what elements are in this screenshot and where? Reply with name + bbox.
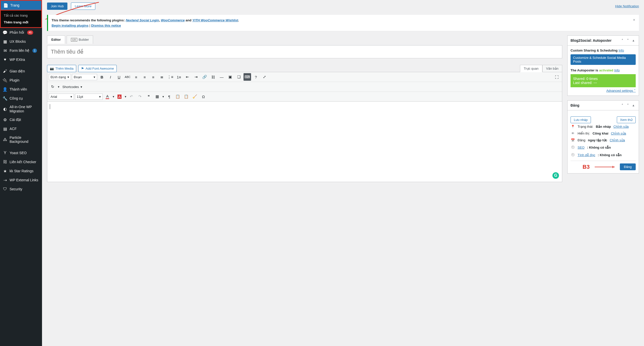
keyboard-toggle-icon[interactable]: ⌨ [244, 73, 251, 81]
sidebar-item-settings[interactable]: ⚙ Cài đặt [0, 115, 42, 124]
expand-icon[interactable]: ⤢ [261, 73, 268, 81]
edit-visibility-link[interactable]: Chỉnh sửa [611, 132, 626, 135]
install-plugins-link[interactable]: Begin installing plugins [52, 24, 89, 27]
grammarly-icon[interactable]: G [552, 172, 559, 179]
hr-icon[interactable]: — [218, 73, 225, 81]
sidebar-item-yoast[interactable]: Y Yoast SEO [0, 148, 42, 157]
sidebar-item-appearance[interactable]: 🖌 Giao diện [0, 67, 42, 76]
italic-icon[interactable]: I [107, 73, 114, 81]
image-icon[interactable]: ▣ [226, 73, 234, 81]
shortcodes-dropdown[interactable]: Shortcodes ▾ [61, 84, 84, 90]
gallery-icon[interactable]: ❏ [235, 73, 243, 81]
seo-link[interactable]: SEO [578, 146, 584, 149]
sidebar-item-tools[interactable]: 🔧 Công cụ [0, 94, 42, 103]
sidebar-item-users[interactable]: 👤 Thành viên [0, 85, 42, 94]
info-link[interactable]: Info [619, 49, 624, 52]
format-dropdown[interactable]: Định dạng ▾ [49, 74, 71, 80]
triangle-up-icon[interactable]: ▲ [631, 103, 636, 108]
pilcrow-icon[interactable]: ¶ [166, 93, 173, 100]
learn-more-button[interactable]: Learn More [71, 3, 95, 10]
chevron-up-icon[interactable]: ˄ [620, 38, 625, 43]
chevron-down-icon[interactable]: ▼ [124, 95, 127, 98]
plugin-link-nextend[interactable]: Nextend Social Login [126, 18, 159, 22]
submenu-all-pages[interactable]: Tất cả các trang [1, 12, 41, 19]
font-dropdown[interactable]: Arial ▾ [49, 94, 74, 100]
align-left-icon[interactable]: ≡ [132, 73, 140, 81]
unlink-icon[interactable]: ⛓ [209, 73, 217, 81]
chevron-down-icon[interactable]: ▼ [162, 95, 165, 98]
sidebar-item-external-links[interactable]: ⇢ WP External Links [0, 176, 42, 185]
underline-icon[interactable]: U [115, 73, 123, 81]
fontsize-dropdown[interactable]: 11pt ▾ [75, 94, 103, 100]
add-media-button[interactable]: 📷 Thêm Media [47, 65, 76, 72]
indent-icon[interactable]: ⇥ [192, 73, 200, 81]
advanced-settings-link[interactable]: Advanced settings ˅ [606, 89, 636, 93]
repeat-icon[interactable]: ↻ [49, 83, 56, 91]
justify-icon[interactable]: ≣ [158, 73, 166, 81]
triangle-up-icon[interactable]: ▲ [631, 38, 636, 43]
text-color-icon[interactable]: A [104, 93, 111, 100]
sidebar-item-acf[interactable]: ▤ ACF [0, 124, 42, 134]
table-icon[interactable]: ▦ [153, 93, 161, 100]
quote-icon[interactable]: ❝ [145, 93, 152, 100]
plugin-link-woocommerce[interactable]: WooCommerce [161, 18, 185, 22]
edit-status-link[interactable]: Chỉnh sửa [613, 125, 628, 128]
tab-ux-builder[interactable]: UXBuilder [67, 35, 93, 44]
bg-color-icon[interactable]: A [116, 93, 123, 100]
chevron-down-icon[interactable]: ˅ [626, 103, 630, 108]
help-icon[interactable]: ? [252, 73, 260, 81]
sidebar-item-label: Liên kết Checker [10, 160, 36, 164]
edit-schedule-link[interactable]: Chỉnh sửa [610, 138, 625, 142]
tab-text[interactable]: Văn bản [542, 65, 562, 72]
tab-editor[interactable]: Editor [47, 35, 65, 44]
chevron-up-icon[interactable]: ˄ [620, 103, 625, 108]
paste-text-icon[interactable]: 📋 [183, 93, 190, 100]
link-icon[interactable]: 🔗 [201, 73, 208, 81]
chevron-down-icon[interactable]: ˅ [626, 38, 630, 43]
tab-visual[interactable]: Trực quan [520, 65, 542, 72]
plugin-link-wishlist[interactable]: YITH WooCommerce Wishlist [192, 18, 238, 22]
publish-button[interactable]: Đăng [620, 163, 636, 170]
undo-icon[interactable]: ↶ [128, 93, 135, 100]
paragraph-dropdown[interactable]: Đoạn ▾ [72, 74, 97, 80]
paste-icon[interactable]: 📋 [174, 93, 182, 100]
sidebar-item-label: Giao diện [10, 69, 25, 73]
sidebar-item-wpextra[interactable]: ♥ WP EXtra [0, 55, 42, 64]
join-hub-button[interactable]: Join Hub [47, 3, 67, 10]
sidebar-item-uxblocks[interactable]: ▦ UX Blocks [0, 37, 42, 46]
align-center-icon[interactable]: ≡ [141, 73, 148, 81]
sidebar-item-kkstar[interactable]: ★ kk Star Ratings [0, 166, 42, 176]
strikethrough-icon[interactable]: ABC [124, 73, 131, 81]
submenu-add-page[interactable]: Thêm trang mới [1, 19, 41, 26]
hide-notification-link[interactable]: Hide Notification [615, 4, 639, 8]
sidebar-item-contact-form[interactable]: ✉ Form liên hệ 1 [0, 46, 42, 55]
page-title-input[interactable] [47, 45, 562, 58]
chevron-down-icon[interactable]: ▼ [112, 95, 115, 98]
readability-link[interactable]: Tính dễ đọc [578, 153, 595, 157]
sidebar-item-security[interactable]: 🛡 Security [0, 185, 42, 194]
dismiss-notice-link[interactable]: Dismiss this notice [91, 24, 121, 27]
redo-icon[interactable]: ↷ [136, 93, 144, 100]
add-fontawesome-button[interactable]: ⚑ Add Font Awesome [78, 65, 117, 72]
sidebar-item-plugins[interactable]: 🔌 Plugin [0, 76, 42, 85]
dismiss-notice-icon[interactable]: ✕ [631, 17, 636, 22]
omega-icon[interactable]: Ω [200, 93, 207, 100]
info-link-2[interactable]: Info [614, 68, 620, 72]
content-editor[interactable]: G [47, 102, 562, 182]
save-draft-button[interactable]: Lưu nháp [571, 116, 591, 123]
sidebar-item-pages[interactable]: 📄 Trang [1, 1, 41, 10]
number-list-icon[interactable]: 1≡ [175, 73, 183, 81]
preview-button[interactable]: Xem thử [617, 116, 636, 123]
bullet-list-icon[interactable]: ⋮≡ [167, 73, 174, 81]
eraser-icon[interactable]: 🧹 [191, 93, 199, 100]
sidebar-item-particles[interactable]: ⁂ Particle Background [0, 134, 42, 146]
outdent-icon[interactable]: ⇤ [184, 73, 191, 81]
align-right-icon[interactable]: ≡ [149, 73, 157, 81]
bold-icon[interactable]: B [98, 73, 106, 81]
sidebar-item-migration[interactable]: ◐ All-in-One WP Migration [0, 103, 42, 115]
fullscreen-icon[interactable]: ⛶ [553, 73, 560, 81]
customize-schedule-button[interactable]: Customize & Schedule Social Media Posts [571, 54, 636, 65]
chevron-down-icon[interactable]: ▼ [57, 85, 60, 88]
sidebar-item-linkchecker[interactable]: ⛓ Liên kết Checker [0, 157, 42, 166]
sidebar-item-comments[interactable]: 💬 Phản hồi 45 [0, 28, 42, 37]
